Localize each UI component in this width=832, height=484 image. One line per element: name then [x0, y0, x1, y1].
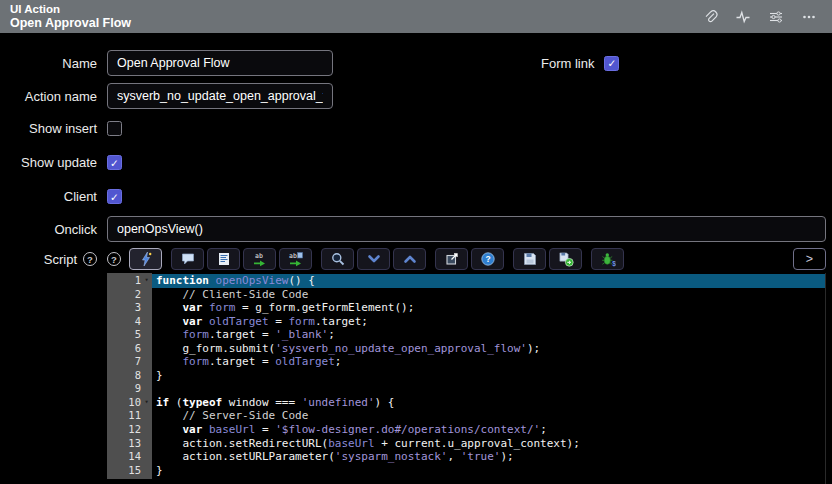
code-line[interactable]: }: [152, 369, 825, 383]
line-number: 3: [107, 301, 141, 315]
code-line[interactable]: var form = g_form.getFormElement();: [152, 301, 825, 315]
replace-all-button[interactable]: ab: [279, 248, 312, 270]
toolbar-expand-button[interactable]: >: [793, 248, 826, 270]
gutter-row: 1▾: [107, 274, 152, 288]
line-number: 8: [107, 369, 141, 383]
save-and-stay-button[interactable]: [549, 248, 582, 270]
show-insert-checkbox[interactable]: [107, 121, 122, 136]
show-update-checkbox[interactable]: ✓: [107, 155, 122, 170]
gutter-row: 11: [107, 409, 152, 423]
code-line[interactable]: var baseUrl = '$flow-designer.do#/operat…: [152, 423, 825, 437]
replace-all-icon: ab: [288, 251, 304, 267]
script-label: Script ?: [0, 252, 97, 267]
line-number: 1: [107, 274, 141, 288]
line-number: 13: [107, 437, 141, 451]
help-button[interactable]: ?: [471, 248, 504, 270]
gutter-row: 15: [107, 464, 152, 478]
code-line[interactable]: g_form.submit('sysverb_no_update_open_ap…: [152, 342, 825, 356]
gutter-row: 7: [107, 355, 152, 369]
help-filled-icon: ?: [480, 251, 496, 267]
code-line[interactable]: form.target = oldTarget;: [152, 355, 825, 369]
code-line[interactable]: function openOpsView() {: [152, 274, 825, 288]
line-number: 5: [107, 328, 141, 342]
gutter-row: 9: [107, 382, 152, 396]
code-line[interactable]: action.setURLParameter('sysparm_nostack'…: [152, 450, 825, 464]
client-row: Client ✓: [0, 189, 832, 204]
action-name-input[interactable]: [107, 83, 333, 109]
gutter-row: 8: [107, 369, 152, 383]
save-icon: [522, 251, 538, 267]
toolbar-group: $: [591, 248, 624, 270]
toolbar-group: [321, 248, 426, 270]
replace-icon: ab: [252, 251, 268, 267]
comment-icon: [180, 251, 196, 267]
code-line[interactable]: [152, 382, 825, 396]
attachment-icon[interactable]: [701, 8, 719, 26]
gutter-row: 12: [107, 423, 152, 437]
client-checkbox[interactable]: ✓: [107, 189, 122, 204]
onclick-input[interactable]: [107, 216, 826, 242]
toolbar-group: [513, 248, 582, 270]
open-in-new-window-button[interactable]: [435, 248, 468, 270]
script-code-editor[interactable]: 1▾2345678910▾1112131415 function openOps…: [107, 273, 826, 484]
find-next-button[interactable]: [357, 248, 390, 270]
gutter-row: 5: [107, 328, 152, 342]
format-code-button[interactable]: [207, 248, 240, 270]
client-label: Client: [0, 189, 97, 204]
code-line[interactable]: }: [152, 464, 825, 478]
activity-stream-icon[interactable]: [734, 8, 752, 26]
debug-button[interactable]: $: [591, 248, 624, 270]
form-link-label: Form link: [541, 56, 594, 71]
line-number: 14: [107, 450, 141, 464]
show-insert-label: Show insert: [0, 121, 97, 136]
search-icon: [330, 251, 346, 267]
code-line[interactable]: // Server-Side Code: [152, 409, 825, 423]
search-button[interactable]: [321, 248, 354, 270]
action-name-label: Action name: [0, 89, 97, 104]
toolbar-button-groups: abab?$: [129, 248, 633, 270]
more-options-icon[interactable]: [800, 8, 818, 26]
line-number: 11: [107, 409, 141, 423]
ui-action-form: Name Form link ✓ Action name Show insert…: [0, 33, 832, 484]
svg-text:ab: ab: [289, 252, 297, 260]
name-row: Name Form link ✓: [0, 50, 832, 76]
code-line[interactable]: var oldTarget = form.target;: [152, 315, 825, 329]
code-line[interactable]: form.target = '_blank';: [152, 328, 825, 342]
toggle-comment-button[interactable]: [171, 248, 204, 270]
fold-toggle-icon[interactable]: ▾: [141, 274, 152, 288]
script-row: Script ? ? abab?$ >: [0, 247, 832, 271]
show-insert-row: Show insert: [0, 121, 832, 136]
code-line[interactable]: if (typeof window === 'undefined') {: [152, 396, 825, 410]
gutter-row: 6: [107, 342, 152, 356]
replace-button[interactable]: ab: [243, 248, 276, 270]
popout-icon: [444, 251, 460, 267]
find-previous-button[interactable]: [393, 248, 426, 270]
fold-toggle-icon[interactable]: ▾: [141, 396, 152, 410]
save-button[interactable]: [513, 248, 546, 270]
code-line[interactable]: // Client-Side Code: [152, 288, 825, 302]
code-line[interactable]: action.setRedirectURL(baseUrl + current.…: [152, 437, 825, 451]
save-green-icon: [558, 251, 574, 267]
onclick-row: Onclick: [0, 216, 832, 242]
show-update-label: Show update: [0, 155, 97, 170]
gutter-row: 3: [107, 301, 152, 315]
field-help-icon[interactable]: ?: [83, 252, 97, 266]
format-icon: [216, 251, 232, 267]
svg-text:?: ?: [485, 254, 490, 264]
form-header: UI Action Open Approval Flow: [0, 0, 832, 33]
gutter-row: 13: [107, 437, 152, 451]
action-name-row: Action name: [0, 83, 832, 109]
app-label: UI Action: [10, 2, 131, 16]
syntax-editor-toggle-button[interactable]: [129, 248, 162, 270]
script-label-text: Script: [44, 252, 77, 267]
name-input[interactable]: [107, 50, 333, 76]
gutter-row: 10▾: [107, 396, 152, 410]
page-title: Open Approval Flow: [10, 16, 131, 32]
personalize-form-icon[interactable]: [767, 8, 785, 26]
form-link-checkbox[interactable]: ✓: [604, 56, 619, 71]
line-number: 12: [107, 423, 141, 437]
editor-help-icon[interactable]: ?: [107, 252, 121, 266]
line-number: 2: [107, 288, 141, 302]
syntax-icon: [138, 251, 154, 267]
code-area[interactable]: function openOpsView() { // Client-Side …: [152, 273, 825, 484]
